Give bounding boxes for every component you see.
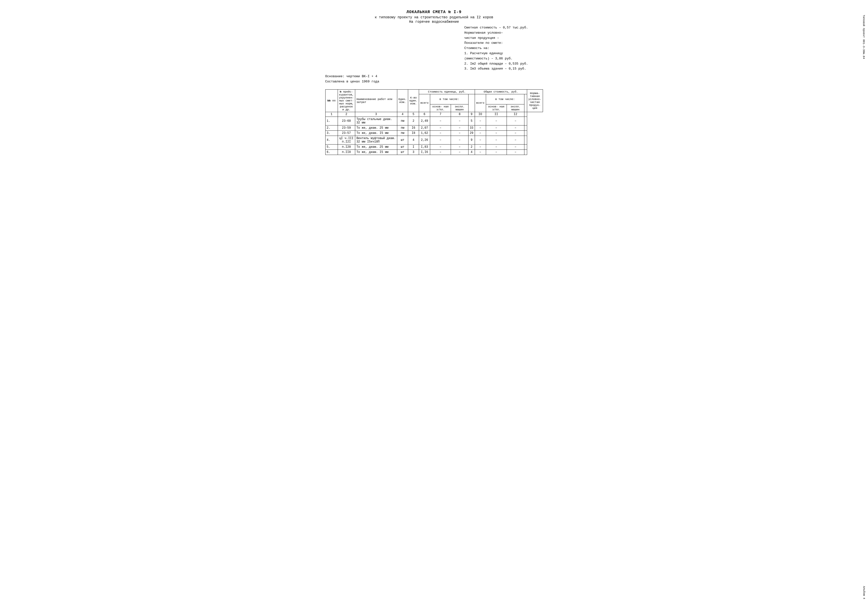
cell-naim: То же, диам. I5 мм: [355, 131, 397, 135]
cell-ed: пм: [397, 131, 408, 135]
cell-naim: Трубы стальные диам. 32 мм: [355, 117, 397, 125]
cost-line9: 3. Im3 объема здания – 0,15 руб.: [464, 66, 528, 72]
colnum-2: 2: [338, 112, 355, 117]
cell-preis: п.II8: [338, 149, 355, 155]
cost-line7: (вместимость) – 3,86 руб.: [464, 56, 528, 61]
cell-st10: –: [475, 135, 486, 144]
table-row: 2. 23–59 То же, диам. 25 мм пм I6 2,07 –…: [325, 125, 543, 131]
cell-st6: I,I6: [419, 149, 430, 155]
cost-line3: чистая продукция –: [464, 36, 528, 41]
cell-st12: –: [507, 149, 524, 155]
header-vsego2: [468, 94, 475, 112]
cell-nn: 4.: [325, 135, 338, 144]
cell-st12: –: [507, 117, 524, 125]
cell-st12: –: [507, 125, 524, 131]
cell-blank: [524, 135, 527, 144]
subtitle1: к типовому проекту на строительство роди…: [325, 16, 543, 19]
cell-st9: 29: [468, 131, 475, 135]
colnum-4: 4: [397, 112, 408, 117]
cost-line8: 2. Im2 общей площади – 0,535 руб.: [464, 61, 528, 67]
cell-st12: –: [507, 144, 524, 149]
cell-st11: –: [486, 117, 507, 125]
header-normative: Норма- тивная условно- чистая продук- ци…: [527, 89, 543, 112]
header-vsego1: всего: [419, 94, 430, 112]
basis-info: Основание: чертежи ВК–I + 4 Составлена в…: [325, 74, 543, 84]
cell-st6: 1,62: [419, 131, 430, 135]
cell-st6: 2,26: [419, 135, 430, 144]
cell-st7: –: [430, 149, 451, 155]
cell-st12: –: [507, 135, 524, 144]
header-vsego-total: всего: [475, 94, 486, 112]
cell-kvo: I6: [408, 125, 419, 131]
cell-st11: –: [486, 125, 507, 131]
cell-nn: 1.: [325, 117, 338, 125]
cell-kvo: I: [408, 144, 419, 149]
colnum-9: 9: [468, 112, 475, 117]
cell-st11: –: [486, 131, 507, 135]
cell-st8: –: [451, 125, 468, 131]
cell-st7: –: [430, 125, 451, 131]
cell-nn: 3.: [325, 131, 338, 135]
cell-st6: 2,07: [419, 125, 430, 131]
cell-st9: 9: [468, 135, 475, 144]
cell-st6: 2,49: [419, 117, 430, 125]
cell-st8: –: [451, 131, 468, 135]
cell-ed: пм: [397, 117, 408, 125]
cell-nn: 2.: [325, 125, 338, 131]
header-unit-cost: Стоимость единицы, руб.: [419, 89, 475, 94]
cell-kvo: 4: [408, 135, 419, 144]
cell-st7: –: [430, 135, 451, 144]
page-header: ЛОКАЛЬНАЯ СМЕТА № I-9 к типовому проекту…: [325, 10, 543, 24]
header-v-tom-chisle2: в том числе:: [486, 94, 524, 104]
cell-st10: –: [475, 144, 486, 149]
colnum-6: 6: [419, 112, 430, 117]
cell-st7: –: [430, 144, 451, 149]
cell-st8: –: [451, 135, 468, 144]
cell-blank: [524, 117, 527, 125]
cost-line1: Сметная стоимость – 0,57 тыс.руб.: [464, 25, 528, 30]
cell-st8: –: [451, 149, 468, 155]
cell-ed: шт: [397, 149, 408, 155]
table-row: 4. цI ч.III п.I2I Вентиль муфтовый диам.…: [325, 135, 543, 144]
header-osnov-zpl1: основ- ная з/пл.: [430, 104, 451, 112]
cell-naim: Вентиль муфтовый диам. 32 мм I5кч18П: [355, 135, 397, 144]
cell-naim: То же, диам. 25 мм: [355, 144, 397, 149]
column-numbers-row: 1 2 3 4 5 6 7 8 9 IO II I2: [325, 112, 543, 117]
cell-naim: То же, диам. 25 мм: [355, 125, 397, 131]
cell-st8: –: [451, 117, 468, 125]
cell-st10: –: [475, 125, 486, 131]
cost-line5: Стоимость на:: [464, 46, 528, 51]
cell-st12: –: [507, 131, 524, 135]
table-row: 3. 23–57 То же, диам. I5 мм пм I8 1,62 –…: [325, 131, 543, 135]
cell-ed: пм: [397, 125, 408, 131]
main-title: ЛОКАЛЬНАЯ СМЕТА № I-9: [325, 10, 543, 14]
colnum-blank: [524, 112, 527, 117]
cost-line4: Показатели по смете:: [464, 40, 528, 46]
cell-nn: 5.: [325, 144, 338, 149]
cell-st9: 2: [468, 144, 475, 149]
cost-line2: Нормативная условно–: [464, 30, 528, 36]
cell-st7: –: [430, 131, 451, 135]
cost-line6: 1. Расчетную единицу: [464, 51, 528, 56]
header-nn: №№ пп: [325, 89, 338, 112]
cell-kvo: 2: [408, 117, 419, 125]
cell-preis: п.I20: [338, 144, 355, 149]
cost-info-block: Сметная стоимость – 0,57 тыс.руб. Нормат…: [464, 25, 528, 72]
cell-st6: I,83: [419, 144, 430, 149]
cell-blank: [524, 131, 527, 135]
cell-kvo: I8: [408, 131, 419, 135]
cell-st11: –: [486, 144, 507, 149]
header-ed: Един. изм.: [397, 89, 408, 112]
colnum-10: IO: [475, 112, 486, 117]
colnum-1: 1: [325, 112, 338, 117]
cell-preis: 23–57: [338, 131, 355, 135]
basis-line2: Составлена в ценах 1969 года: [325, 79, 543, 84]
header-preis: № прейс-курантов, укрупнен-ных смет-ных …: [338, 89, 355, 112]
table-row: 1. 23–60 Трубы стальные диам. 32 мм пм 2…: [325, 117, 543, 125]
cell-preis: цI ч.III п.I2I: [338, 135, 355, 144]
header-v-tom-chisle1: в том числе:: [430, 94, 468, 104]
cell-st10: –: [475, 131, 486, 135]
cell-ed: шт: [397, 144, 408, 149]
header-blank: [524, 94, 527, 112]
cell-st9: 5: [468, 117, 475, 125]
